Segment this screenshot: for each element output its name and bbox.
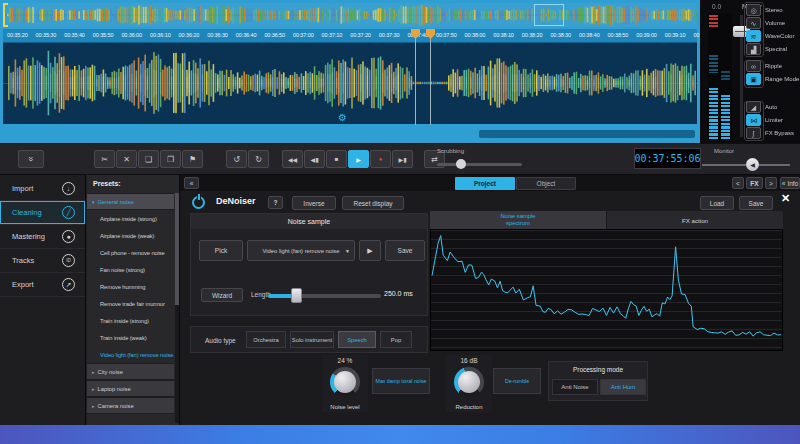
cut-button[interactable]: ✂ [94, 150, 115, 168]
chevron-down-icon: ▼ [345, 248, 350, 254]
scrubbing-slider-handle[interactable] [456, 159, 466, 169]
preset-group-laptop-noise[interactable]: ▸Laptop noise [87, 380, 174, 397]
paste-button[interactable]: ❐ [160, 150, 181, 168]
preset-item-airplane-inside-strong-[interactable]: Airplane inside (strong) [87, 210, 174, 227]
sidebar-item-import[interactable]: Import↓ [0, 177, 85, 201]
inverse-button[interactable]: Inverse [292, 196, 336, 210]
reset-display-button[interactable]: Reset display [342, 196, 404, 210]
marker-line[interactable] [415, 29, 416, 125]
overview-view-indicator[interactable] [534, 4, 564, 26]
range-mode-icon[interactable]: ▣ [746, 73, 761, 85]
tab-object[interactable]: Object [516, 177, 576, 190]
redo-button[interactable]: ↻ [248, 150, 269, 168]
marker-line[interactable] [430, 29, 431, 125]
noise-sample-save-button[interactable]: Save [385, 240, 425, 261]
length-slider-handle[interactable] [291, 288, 302, 303]
preset-item-train-inside-strong-[interactable]: Train inside (strong) [87, 312, 174, 329]
record-button[interactable]: ● [370, 150, 391, 168]
audio-type-solo-instrument[interactable]: Solo instrument [290, 331, 334, 348]
level-meter [708, 13, 732, 140]
tab-fx-action[interactable]: FX action [607, 211, 783, 229]
delete-button[interactable]: ✕ [116, 150, 137, 168]
wavecolor-icon[interactable]: ≋ [746, 30, 761, 42]
scrubbing-slider[interactable] [437, 163, 522, 166]
audio-type-pop[interactable]: Pop [380, 331, 412, 348]
mixer-row-volume: ∿Volume [746, 17, 785, 29]
processing-mode-anti-noise[interactable]: Anti Noise [552, 379, 598, 395]
sidebar-item-label: Cleaning [12, 208, 42, 217]
selection-start-bracket[interactable] [3, 3, 8, 27]
mixer-row-spectral: ▟Spectral [746, 43, 787, 55]
noise-level-knob[interactable] [330, 367, 360, 397]
time-ruler[interactable]: 00:35:2000:35:3000:35:4000:35:5000:36:00… [3, 29, 697, 43]
info-collapse-button[interactable]: « Info [780, 177, 800, 189]
power-toggle-icon[interactable] [192, 196, 205, 209]
preset-group-camera-noise[interactable]: ▸Camera noise [87, 397, 174, 414]
overview-waveform[interactable] [3, 3, 697, 27]
collapse-panel-button[interactable]: « [184, 177, 199, 189]
marker-button[interactable]: ⚑ [182, 150, 203, 168]
preset-item-train-inside-weak-[interactable]: Train inside (weak) [87, 329, 174, 346]
volume-icon[interactable]: ∿ [746, 17, 761, 29]
horizontal-scrollbar[interactable] [3, 128, 697, 140]
fx-bypass-icon[interactable]: ∫ [746, 127, 761, 139]
tab-noise-sample-spectrum[interactable]: Noise sample spectrum [430, 211, 606, 229]
de-rumble-button[interactable]: De-rumble [493, 368, 541, 394]
main-waveform-view[interactable] [3, 43, 697, 124]
toolbar: »✂✕❏❐⚑↺↻ ◀◀◀▮■▶●▶▮⇄ Scrubbing 00:37:55:0… [0, 143, 800, 174]
previous-button[interactable]: ◀▮ [304, 150, 325, 168]
fx-button[interactable]: FX [746, 177, 763, 189]
tab-project[interactable]: Project [455, 177, 515, 190]
help-button[interactable]: ? [268, 196, 283, 209]
scissors-icon: ✂ [101, 155, 108, 164]
preset-item-airplane-inside-weak-[interactable]: Airplane inside (weak) [87, 227, 174, 244]
go-to-start-button[interactable]: ◀◀ [282, 150, 303, 168]
presets-scrollbar-thumb[interactable] [175, 193, 179, 305]
processing-mode-anti-hum[interactable]: Anti Hum [600, 379, 646, 395]
main-waveform[interactable] [3, 43, 697, 124]
preset-item-cell-phone-remove-noise[interactable]: Cell phone - remove noise [87, 244, 174, 261]
collapse-tracks-button[interactable]: » [18, 150, 44, 168]
load-button[interactable]: Load [700, 196, 734, 210]
scrollbar-thumb[interactable] [479, 130, 695, 138]
sidebar-item-export[interactable]: Export↗ [0, 273, 85, 297]
play-button[interactable]: ▶ [348, 150, 369, 168]
close-icon[interactable]: ✕ [781, 192, 790, 205]
audio-type-orchestra[interactable]: Orchestra [246, 331, 286, 348]
go-to-end-button[interactable]: ▶▮ [392, 150, 413, 168]
preset-item-remove-trade-fair-murmur[interactable]: Remove trade fair murmur [87, 295, 174, 312]
presets-scrollbar[interactable] [175, 193, 179, 423]
preset-item-remove-humming[interactable]: Remove humming [87, 278, 174, 295]
timeline-label: 00:37:00 [293, 32, 314, 38]
wizard-button[interactable]: Wizard [201, 288, 243, 302]
preset-item-video-light-fan-remove-noise[interactable]: Video light (fan) remove noise [87, 346, 174, 363]
undo-button[interactable]: ↺ [226, 150, 247, 168]
sidebar-item-cleaning[interactable]: Cleaning╱ [0, 201, 85, 225]
fx-next-button[interactable]: > [765, 177, 777, 189]
preset-group-city-noise[interactable]: ▸City noise [87, 363, 174, 380]
timeline-label: 00:35:40 [64, 32, 85, 38]
preview-play-button[interactable]: ▶ [359, 240, 381, 261]
ripple-icon[interactable]: ∞ [746, 60, 761, 72]
reduction-knob[interactable] [454, 367, 484, 397]
stereo-icon[interactable]: ◎ [746, 4, 761, 16]
pick-button[interactable]: Pick [199, 240, 243, 261]
track-overview[interactable] [3, 3, 697, 27]
max-damp-tonal-noise-button[interactable]: Max damp tonal noise [372, 368, 430, 394]
spectral-icon[interactable]: ▟ [746, 43, 761, 55]
spectrum-plot[interactable] [430, 229, 783, 351]
monitor-slider-handle[interactable]: ◀ [746, 158, 759, 171]
noise-sample-dropdown[interactable]: Video light (fan) remove noise ▼ [247, 240, 355, 261]
auto-icon[interactable]: ◢ [746, 101, 761, 113]
stop-button[interactable]: ■ [326, 150, 347, 168]
preset-group-general-noise[interactable]: ▾General noise [87, 193, 174, 210]
fx-previous-button[interactable]: < [732, 177, 744, 189]
gear-icon[interactable]: ⚙ [338, 112, 347, 123]
sidebar-item-tracks[interactable]: TracksID [0, 249, 85, 273]
audio-type-speech[interactable]: Speech [338, 331, 376, 348]
save-button[interactable]: Save [739, 196, 773, 210]
copy-button[interactable]: ❏ [138, 150, 159, 168]
limiter-icon[interactable]: ⋈ [746, 114, 761, 126]
preset-item-fan-noise-strong-[interactable]: Fan noise (strong) [87, 261, 174, 278]
sidebar-item-mastering[interactable]: Mastering● [0, 225, 85, 249]
